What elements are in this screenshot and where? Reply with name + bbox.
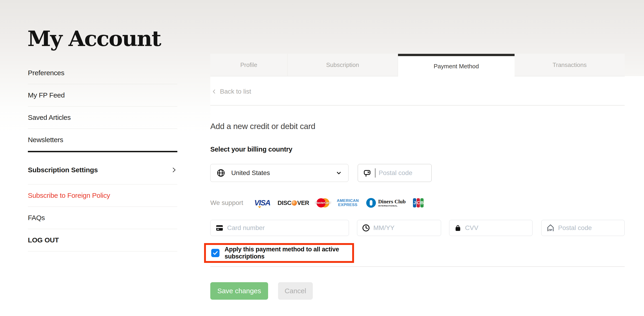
jcb-logo: J C B [413,198,424,207]
billing-country-value: United States [231,169,335,177]
back-to-list-label: Back to list [220,88,251,95]
sidebar-item-my-fp-feed[interactable]: My FP Feed [28,84,177,107]
svg-text:ZIP: ZIP [548,229,552,231]
sidebar-item-subscribe[interactable]: Subscribe to Foreign Policy [28,184,177,207]
sidebar-item-label: My FP Feed [28,91,65,99]
back-to-list-link[interactable]: Back to list [211,88,251,95]
sidebar-item-faqs[interactable]: FAQs [28,207,177,229]
apply-all-label: Apply this payment method to all active … [224,246,352,260]
card-number-field[interactable] [210,220,349,236]
save-changes-button[interactable]: Save changes [210,282,268,300]
my-account-page: My Account Preferences My FP Feed Saved … [0,0,644,316]
cvv-field[interactable] [449,220,532,236]
checkmark-icon [212,250,218,256]
tab-label: Profile [240,61,257,69]
sidebar-item-label: Preferences [28,69,64,77]
card-brand-logos: VISA DISCVER MasterCard AMERICAN EXPRESS… [254,198,424,208]
diners-circle-icon [366,198,376,208]
chevron-down-icon [335,169,342,176]
mastercard-logo: MasterCard [316,198,329,207]
card-details-row: ZIP [210,220,625,236]
divider [210,266,625,267]
tab-payment-method[interactable]: Payment Method [398,54,514,77]
apply-all-highlight-box: Apply this payment method to all active … [204,243,354,263]
zip-field[interactable]: ZIP [541,220,625,236]
tab-profile[interactable]: Profile [210,54,288,76]
account-tabs: Profile Subscription Payment Method Tran… [210,54,625,76]
zip-input[interactable] [558,224,620,232]
sidebar-item-subscription-settings[interactable]: Subscription Settings [28,152,177,184]
diners-club-logo: Diners Club INTERNATIONAL [366,198,406,208]
amex-logo: AMERICAN EXPRESS [337,199,359,207]
billing-postal-code-input[interactable] [379,169,427,177]
sidebar-item-label: Subscription Settings [28,166,98,174]
billing-country-label: Select your billing country [210,146,292,153]
globe-icon [216,168,225,177]
tab-label: Transactions [552,61,587,69]
sidebar-item-label: LOG OUT [28,236,59,244]
discover-o-icon [292,200,297,206]
tab-label: Subscription [326,61,359,69]
chevron-right-icon [170,166,177,173]
sidebar-item-label: FAQs [28,214,45,222]
expiry-input[interactable] [373,224,436,232]
add-card-heading: Add a new credit or debit card [210,122,315,131]
we-support-label: We support [210,199,254,206]
lock-icon [454,224,462,232]
page-title: My Account [28,27,189,50]
sidebar-item-label: Newsletters [28,136,63,144]
tab-subscription[interactable]: Subscription [288,54,398,76]
mailbox-icon [362,168,372,177]
visa-logo: VISA [254,198,270,207]
clock-icon [362,224,370,232]
sidebar-item-newsletters[interactable]: Newsletters [28,129,177,152]
card-number-input[interactable] [227,224,344,232]
sidebar-item-logout[interactable]: LOG OUT [28,229,177,251]
chevron-left-icon [211,89,217,95]
tab-label: Payment Method [434,63,479,70]
supported-cards-row: We support VISA DISCVER MasterCard AMERI… [210,197,625,209]
zip-house-icon: ZIP [546,224,555,232]
expiry-field[interactable] [357,220,441,236]
cancel-button[interactable]: Cancel [278,282,313,300]
billing-country-select[interactable]: United States [210,164,348,182]
discover-logo: DISCVER [278,199,309,206]
sidebar-item-preferences[interactable]: Preferences [28,62,177,84]
apply-all-checkbox[interactable] [211,249,220,257]
text-caret [375,168,376,177]
divider [210,105,625,106]
credit-card-icon [215,224,224,232]
sidebar-item-label: Subscribe to Foreign Policy [28,192,110,199]
cvv-input[interactable] [465,224,528,232]
content-panel [210,76,644,316]
billing-postal-code-field[interactable] [358,164,432,182]
sidebar: Preferences My FP Feed Saved Articles Ne… [28,62,177,251]
sidebar-item-saved-articles[interactable]: Saved Articles [28,107,177,129]
visa-flame-icon [258,206,261,208]
tab-transactions[interactable]: Transactions [514,54,625,76]
sidebar-item-label: Saved Articles [28,114,71,121]
